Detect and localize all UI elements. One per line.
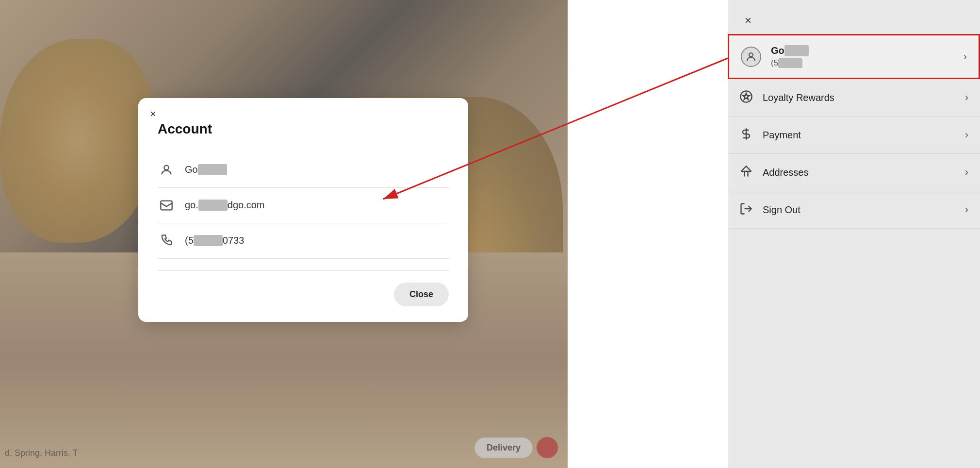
- loyalty-rewards-label: Loyalty Rewards: [763, 92, 834, 103]
- payment-chevron: ›: [965, 129, 968, 141]
- modal-close-action-button[interactable]: Close: [394, 283, 449, 306]
- addresses-chevron: ›: [965, 166, 968, 179]
- account-modal: × Account Goalli g: [138, 98, 468, 322]
- sidebar-signout-left: Sign Out: [739, 202, 800, 217]
- modal-close-button[interactable]: ×: [150, 108, 156, 120]
- sidebar-phone: (50733: [771, 58, 809, 68]
- sidebar-item-payment[interactable]: Payment ›: [728, 117, 980, 154]
- sidebar-username: Golli: [771, 45, 809, 56]
- phone-icon: [158, 232, 175, 250]
- modal-name-field: Goalli: [158, 152, 449, 188]
- addresses-label: Addresses: [763, 167, 809, 178]
- modal-phone-value: (5........0733: [185, 235, 244, 246]
- sidebar-loyalty-left: Loyalty Rewards: [739, 90, 834, 105]
- modal-footer: Close: [158, 270, 449, 306]
- sidebar-user-profile-item[interactable]: Golli (50733 ›: [728, 34, 980, 79]
- person-icon: [158, 161, 175, 179]
- sign-out-chevron: ›: [965, 203, 968, 216]
- sidebar-payment-left: Payment: [739, 127, 801, 143]
- modal-phone-field: (5........0733: [158, 223, 449, 259]
- account-sidebar: × Golli (50733 ›: [728, 0, 980, 468]
- payment-icon: [739, 127, 753, 143]
- sign-out-icon: [739, 202, 753, 217]
- sidebar-addresses-left: Addresses: [739, 165, 809, 180]
- svg-point-2: [749, 53, 753, 57]
- modal-name-value: Goalli: [185, 164, 227, 175]
- sidebar-user-left: Golli (50733: [741, 45, 809, 68]
- modal-email-value: go.........dgo.com: [185, 200, 265, 211]
- sidebar-item-sign-out[interactable]: Sign Out ›: [728, 191, 980, 229]
- addresses-icon: [739, 165, 753, 180]
- payment-label: Payment: [763, 130, 801, 141]
- sidebar-user-avatar: [741, 47, 761, 67]
- svg-point-0: [164, 165, 168, 169]
- loyalty-rewards-icon: [739, 90, 753, 105]
- svg-marker-4: [743, 93, 750, 100]
- svg-rect-1: [161, 201, 172, 210]
- modal-overlay: × Account Goalli g: [0, 0, 568, 468]
- sidebar-item-addresses[interactable]: Addresses ›: [728, 154, 980, 191]
- sidebar-close-button[interactable]: ×: [739, 12, 757, 29]
- sidebar-item-loyalty-rewards[interactable]: Loyalty Rewards ›: [728, 79, 980, 117]
- modal-email-field: go.........dgo.com: [158, 188, 449, 223]
- sign-out-label: Sign Out: [763, 204, 800, 216]
- sidebar-user-info: Golli (50733: [771, 45, 809, 68]
- email-icon: [158, 197, 175, 214]
- loyalty-rewards-chevron: ›: [965, 91, 968, 104]
- modal-title: Account: [158, 121, 449, 137]
- sidebar-user-chevron: ›: [964, 50, 967, 63]
